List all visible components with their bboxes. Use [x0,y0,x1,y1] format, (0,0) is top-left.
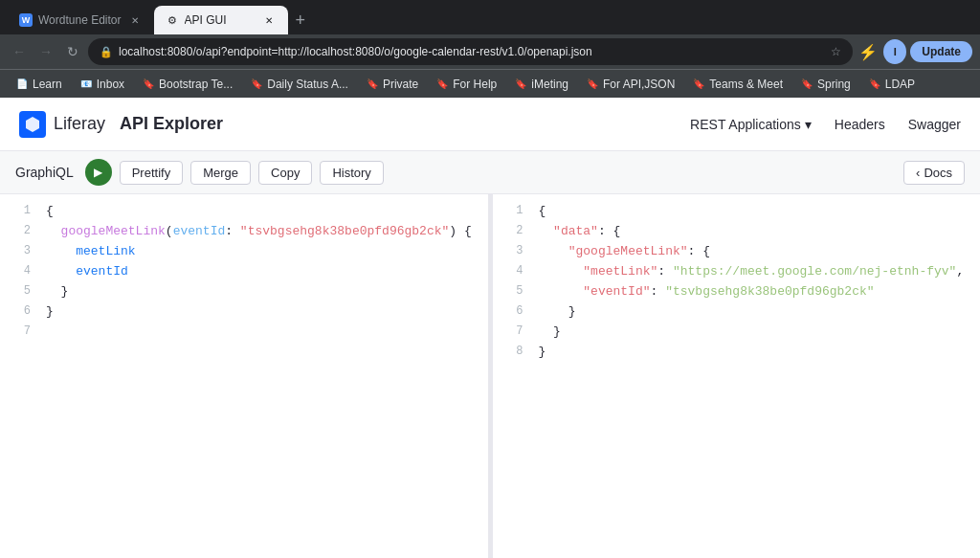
forward-button[interactable]: → [34,40,57,63]
profile-avatar: I [883,39,906,64]
graphiql-label: GraphiQL [15,165,74,180]
bookmark-forapi-label: For API,JSON [603,78,675,91]
editor-line-4: 4 eventId [0,262,488,282]
address-url: localhost:8080/o/api?endpoint=http://loc… [119,45,825,58]
browser-chrome: W Wordtune Editor ✕ ⚙ API GUI ✕ + ← → ↻ … [0,0,980,98]
app-nav: REST Applications ▾ Headers Swagger [690,113,961,136]
bookmark-imeting[interactable]: 🔖 iMeting [506,76,576,93]
wordtune-favicon: W [19,13,33,27]
reload-button[interactable]: ↻ [61,40,84,63]
tab-wordtune[interactable]: W Wordtune Editor ✕ [8,6,154,34]
bookmark-forhelp-icon: 🔖 [435,78,449,91]
svg-marker-0 [26,117,39,132]
nav-bar: ← → ↻ 🔒 localhost:8080/o/api?endpoint=ht… [0,34,980,69]
bookmark-forapi[interactable]: 🔖 For API,JSON [578,76,682,93]
prettify-button[interactable]: Prettify [120,161,183,185]
bookmark-teams[interactable]: 🔖 Teams & Meet [684,76,791,93]
bookmark-imeting-icon: 🔖 [514,78,527,91]
bookmark-ldap-label: LDAP [885,78,915,91]
app-logo: Liferay API Explorer [19,111,223,138]
editor-line-7: 7 [0,323,488,343]
liferay-brand: Liferay [54,114,105,133]
app-container: Liferay API Explorer REST Applications ▾… [0,98,980,558]
rest-applications-label: REST Applications [690,117,801,132]
bookmark-private-icon: 🔖 [366,78,379,91]
bookmark-inbox[interactable]: 📧 Inbox [72,76,132,93]
docs-arrow: ‹ [916,166,920,180]
rest-applications-nav[interactable]: REST Applications ▾ [690,113,812,136]
bookmark-spring[interactable]: 🔖 Spring [792,76,858,93]
result-line-4: 4 "meetLink": "https://meet.google.com/n… [493,262,981,282]
star-icon[interactable]: ☆ [831,45,841,58]
tab-apigui-label: API GUI [185,13,256,27]
bookmark-learn[interactable]: 📄 Learn [8,76,70,93]
copy-button[interactable]: Copy [258,161,312,185]
editor-area: 1 { 2 googleMeetLink(eventId: "tsvbgsehg… [0,194,980,558]
address-bar[interactable]: 🔒 localhost:8080/o/api?endpoint=http://l… [88,38,853,65]
history-button[interactable]: History [320,161,383,185]
play-icon: ▶ [94,166,102,179]
bookmark-daily-status[interactable]: 🔖 Daily Status A... [242,76,356,93]
bookmark-forapi-icon: 🔖 [586,78,599,91]
apigui-favicon: ⚙ [166,13,179,27]
bookmark-learn-icon: 📄 [15,78,29,91]
address-icons: ☆ [831,45,841,58]
result-pane: 1 { 2 "data": { 3 "googleMeetLink": { 4 … [493,194,981,558]
result-line-7: 7 } [493,323,981,343]
editor-line-5: 5 } [0,282,488,302]
bookmark-teams-label: Teams & Meet [709,78,783,91]
bookmark-learn-label: Learn [33,78,62,91]
tab-apigui[interactable]: ⚙ API GUI ✕ [154,6,288,34]
app-logo-text: Liferay API Explorer [54,114,223,134]
swagger-nav[interactable]: Swagger [908,113,961,136]
result-line-3: 3 "googleMeetLink": { [493,242,981,262]
extensions-button[interactable]: ⚡ [857,40,880,63]
result-line-2: 2 "data": { [493,222,981,242]
bookmark-spring-label: Spring [817,78,851,91]
app-header: Liferay API Explorer REST Applications ▾… [0,98,980,151]
bookmark-forhelp[interactable]: 🔖 For Help [428,76,504,93]
result-line-5: 5 "eventId": "tsvbgsehg8k38be0pfd96gb2ck… [493,282,981,302]
editor-line-2: 2 googleMeetLink(eventId: "tsvbgsehg8k38… [0,222,488,242]
tab-wordtune-label: Wordtune Editor [38,13,122,27]
bookmark-inbox-label: Inbox [97,78,124,91]
rest-applications-arrow: ▾ [805,117,812,132]
bookmark-imeting-label: iMeting [531,78,568,91]
editor-line-6: 6 } [0,302,488,323]
liferay-icon [19,111,46,138]
bookmark-private-label: Private [383,78,418,91]
bookmark-forhelp-label: For Help [453,78,497,91]
bookmark-bootstrap-icon: 🔖 [142,78,155,91]
swagger-label: Swagger [908,117,961,132]
bookmark-ldap-icon: 🔖 [868,78,881,91]
headers-label: Headers [835,117,885,132]
graphql-editor[interactable]: 1 { 2 googleMeetLink(eventId: "tsvbgsehg… [0,194,489,558]
editor-line-3: 3 meetLink [0,242,488,262]
new-tab-button[interactable]: + [288,6,314,34]
result-line-8: 8 } [493,343,981,363]
tab-bar: W Wordtune Editor ✕ ⚙ API GUI ✕ + [0,0,980,34]
bookmarks-bar: 📄 Learn 📧 Inbox 🔖 Bootstrap Te... 🔖 Dail… [0,69,980,98]
result-line-1: 1 { [493,202,981,222]
merge-button[interactable]: Merge [190,161,251,185]
tab-apigui-close[interactable]: ✕ [261,12,277,28]
profile-button[interactable]: I [883,40,906,63]
bookmark-bootstrap-label: Bootstrap Te... [159,78,233,91]
play-button[interactable]: ▶ [85,159,112,186]
api-product: API Explorer [120,114,223,133]
bookmark-private[interactable]: 🔖 Private [358,76,426,93]
bookmark-inbox-icon: 📧 [79,78,93,91]
update-button[interactable]: Update [910,41,972,62]
lock-icon: 🔒 [100,46,113,58]
back-button[interactable]: ← [8,40,31,63]
bookmark-teams-icon: 🔖 [692,78,705,91]
docs-label: Docs [924,166,952,180]
editor-line-1: 1 { [0,202,488,222]
bookmark-ldap[interactable]: 🔖 LDAP [860,76,923,93]
tab-wordtune-close[interactable]: ✕ [127,12,143,28]
bookmark-bootstrap[interactable]: 🔖 Bootstrap Te... [134,76,240,93]
docs-button[interactable]: ‹ Docs [903,161,965,185]
headers-nav[interactable]: Headers [835,113,885,136]
bookmark-spring-icon: 🔖 [800,78,813,91]
bookmark-daily-icon: 🔖 [250,78,263,91]
